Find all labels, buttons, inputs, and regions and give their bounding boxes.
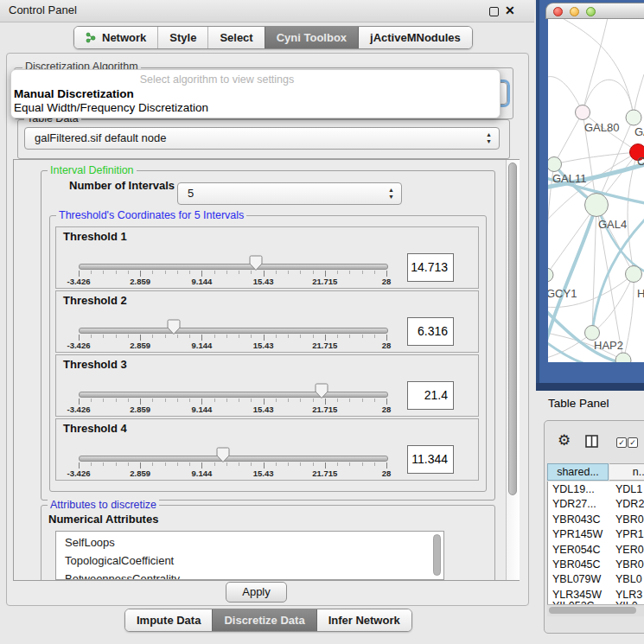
table-data-combobox[interactable]: galFiltered.sif default node ▲ ▼ <box>24 127 500 150</box>
threshold-3-slider-handle[interactable] <box>315 383 328 399</box>
network-icon <box>86 32 97 43</box>
threshold-2-slider-handle[interactable] <box>167 319 181 335</box>
checkbox-icon[interactable]: ✓ <box>628 437 638 448</box>
tab-style-label: Style <box>169 27 196 48</box>
table-row[interactable]: YPR145W YPR1 <box>547 527 644 543</box>
tab-select[interactable]: Select <box>207 27 264 48</box>
tab-discretize-data[interactable]: Discretize Data <box>212 609 316 631</box>
table-cell[interactable]: YBL079W <box>552 572 601 587</box>
float-window-icon[interactable] <box>489 7 499 16</box>
checkbox-icon[interactable]: ✓ <box>616 437 627 448</box>
network-node-h[interactable] <box>626 266 642 283</box>
threshold-2-value-field[interactable]: 6.316 <box>407 317 454 346</box>
number-of-intervals-combobox[interactable]: 5 ▲ ▼ <box>177 182 402 205</box>
table-cell[interactable]: YBR043C <box>552 513 601 527</box>
zoom-button[interactable] <box>586 7 596 16</box>
node-label-gal4: GAL4 <box>598 218 627 231</box>
scrollbar-thumb[interactable] <box>508 163 517 495</box>
tab-network[interactable]: Network <box>74 27 157 48</box>
tab-jactivemnodules[interactable]: jActiveMNodules <box>358 27 472 48</box>
node-label-h: H <box>637 287 644 300</box>
table-cell[interactable]: YPR1 <box>615 527 644 542</box>
list-item[interactable]: BetweennessCentrality <box>56 570 443 580</box>
table-row[interactable]: YBR043C YBR0 <box>547 513 644 528</box>
table-cell[interactable]: YPR145W <box>552 527 603 542</box>
tab-cyni-toolbox[interactable]: Cyni Toolbox <box>265 27 358 48</box>
network-node-hap2[interactable] <box>585 326 600 341</box>
node-label-c: C <box>637 155 644 168</box>
threshold-1-slider-track[interactable] <box>79 264 388 270</box>
apply-button[interactable]: Apply <box>226 582 287 603</box>
settings-vertical-scrollbar[interactable] <box>506 160 520 580</box>
threshold-3-slider-track[interactable] <box>79 392 388 398</box>
threshold-1-value-field[interactable]: 14.713 <box>407 253 454 282</box>
network-window-titlebar[interactable] <box>545 3 644 19</box>
table-cell[interactable]: YER054C <box>552 543 601 558</box>
network-view-canvas[interactable]: GAL80 GA GAL11 C GAL4 GCY1 H HAP2 <box>548 19 644 362</box>
threshold-4-slider-handle[interactable] <box>216 447 230 463</box>
tick-label: 9.144 <box>192 341 213 350</box>
threshold-1-slider-handle[interactable] <box>249 255 263 271</box>
list-item[interactable]: TopologicalCoefficient <box>56 552 443 570</box>
network-node-gcy1[interactable] <box>548 268 553 282</box>
slider-tick-labels: -3.426 2.859 9.144 15.43 21.715 28 <box>79 277 386 287</box>
network-node-gal80[interactable] <box>576 105 590 120</box>
threshold-2-slider-track[interactable] <box>79 328 388 334</box>
table-cell[interactable]: YDR27... <box>552 497 596 512</box>
slider-ticks <box>79 271 387 277</box>
threshold-4-value-field[interactable]: 11.344 <box>407 445 454 474</box>
table-cell[interactable]: YBR0 <box>615 558 644 572</box>
table-panel-title: Table Panel <box>548 397 609 410</box>
spinner-icon: ▲ ▼ <box>386 187 396 201</box>
tick-label: -3.426 <box>67 341 91 350</box>
tab-infer-network[interactable]: Infer Network <box>316 609 411 631</box>
node-label-hap2: HAP2 <box>594 339 623 352</box>
table-cell[interactable]: YDR2 <box>615 497 644 512</box>
list-item[interactable]: SelfLoops <box>56 532 443 552</box>
control-panel-titlebar: Control Panel ✕ <box>0 0 534 22</box>
tick-label: 28 <box>382 277 392 286</box>
window-title: Control Panel <box>9 3 77 16</box>
tab-style[interactable]: Style <box>157 27 207 48</box>
network-graph: GAL80 GA GAL11 C GAL4 GCY1 H HAP2 <box>548 19 644 362</box>
minimize-button[interactable] <box>570 7 579 16</box>
column-layout-icon[interactable] <box>585 435 598 451</box>
tab-impute-data[interactable]: Impute Data <box>125 609 212 631</box>
network-node-gal4[interactable] <box>585 194 609 217</box>
close-icon[interactable]: ✕ <box>505 3 515 17</box>
scrollbar-thumb[interactable] <box>549 607 636 614</box>
dropdown-hint: Select algorithm to view settings <box>11 73 423 86</box>
close-button[interactable] <box>553 7 563 16</box>
tick-label: -3.426 <box>67 277 91 286</box>
table-row[interactable]: YER054C YER0 <box>547 543 644 558</box>
dropdown-option-manual[interactable]: Manual Discretization <box>14 87 134 100</box>
tick-label: 15.43 <box>253 341 274 350</box>
column-header-shared-name[interactable]: shared... <box>547 463 609 481</box>
table-row[interactable]: YBL079W YBL0 <box>547 572 644 588</box>
slider-tick-labels: -3.426 2.859 9.144 15.43 21.715 28 <box>79 341 386 351</box>
table-cell[interactable]: YBR0 <box>615 513 644 527</box>
table-row[interactable]: YDR27... YDR2 <box>547 497 644 513</box>
gear-icon[interactable]: ⚙ <box>558 431 571 450</box>
attributes-list-scrollbar[interactable] <box>433 534 441 576</box>
threshold-4-slider-track[interactable] <box>79 456 388 462</box>
control-panel-tabbar: Network Style Select Cyni Toolbox jActiv… <box>73 26 473 49</box>
tab-cyni-toolbox-label: Cyni Toolbox <box>277 27 347 48</box>
threshold-2-panel: Threshold 2 -3.426 2.859 9.144 15.43 21.… <box>55 290 479 353</box>
network-node-partial[interactable] <box>615 353 631 362</box>
column-header-name[interactable]: n... <box>609 463 644 481</box>
tick-label: 2.859 <box>130 405 150 414</box>
network-node-gal11[interactable] <box>548 157 562 172</box>
table-cell[interactable]: YDL19... <box>552 482 595 497</box>
table-row[interactable]: YBR045C YBR0 <box>547 558 644 573</box>
table-cell[interactable]: YDL1 <box>615 482 642 497</box>
table-cell[interactable]: YER0 <box>615 543 644 558</box>
table-cell[interactable]: YBR045C <box>552 558 601 572</box>
dropdown-option-equal-width[interactable]: Equal Width/Frequency Discretization <box>14 101 208 114</box>
table-horizontal-scrollbar[interactable] <box>547 604 644 616</box>
table-row[interactable]: YDL19... YDL1 <box>547 482 644 498</box>
threshold-3-value-field[interactable]: 21.4 <box>407 381 454 410</box>
network-node-ga[interactable] <box>626 110 641 125</box>
table-cell[interactable]: YBL0 <box>615 572 642 587</box>
tick-label: 28 <box>382 469 392 478</box>
